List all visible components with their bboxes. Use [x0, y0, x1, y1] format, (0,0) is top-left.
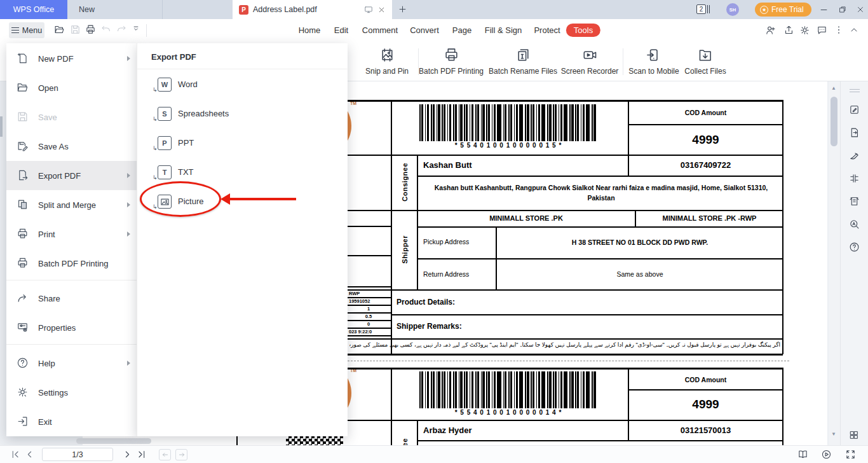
menu-item-save-as[interactable]: Save As: [6, 132, 137, 161]
panel-edge-grip[interactable]: [0, 116, 3, 137]
tab-close-icon[interactable]: [377, 6, 386, 14]
menu-item-new-pdf[interactable]: New PDF: [6, 44, 137, 73]
scan-to-mobile-button[interactable]: Scan to Mobile: [628, 47, 679, 76]
signature-icon[interactable]: [849, 150, 860, 161]
printer-icon: [17, 228, 29, 240]
horizontal-scrollbar-thumb[interactable]: [76, 438, 151, 444]
printer-icon: [443, 47, 459, 63]
help-icon: [17, 357, 29, 369]
find-replace-icon[interactable]: [849, 219, 860, 230]
first-page-button[interactable]: [10, 449, 21, 460]
tab-new-label: New: [79, 5, 95, 14]
fullscreen-icon[interactable]: [845, 449, 856, 460]
undo-icon[interactable]: [101, 24, 111, 34]
ribbon-tab-edit[interactable]: Edit: [334, 25, 348, 35]
new-tab-button[interactable]: [398, 4, 407, 14]
printer-icon: [17, 257, 29, 269]
page-indicator-input[interactable]: 1/3: [42, 448, 113, 461]
save-icon[interactable]: [70, 24, 81, 35]
consignee-address: Kashan butt Kashanbutt, Rangpura Chowk S…: [422, 177, 780, 209]
more-options-icon[interactable]: [834, 25, 844, 35]
scroll-down-icon[interactable]: ▼: [831, 431, 836, 437]
vertical-scrollbar[interactable]: ▲ ▼: [829, 81, 840, 445]
quickbar-dropdown-icon[interactable]: [132, 24, 140, 33]
last-page-button[interactable]: [136, 449, 147, 460]
cod-amount-label: COD Amount: [629, 102, 782, 123]
collect-files-button[interactable]: Collect Files: [684, 47, 726, 76]
convert-arrow-icon: ↳: [153, 116, 158, 122]
menu-item-help[interactable]: Help: [6, 349, 137, 378]
free-trial-button[interactable]: ★ Free Trial: [755, 3, 811, 17]
ribbon-tab-protect[interactable]: Protect: [534, 25, 560, 35]
menu-button[interactable]: Menu: [9, 22, 44, 38]
menu-item-export-pdf[interactable]: Export PDF: [6, 161, 137, 190]
submenu-item-spreadsheets[interactable]: ↳ S Spreadsheets: [137, 99, 348, 128]
collapse-ribbon-icon[interactable]: [849, 25, 859, 35]
tab-document[interactable]: P Address Label.pdf: [233, 0, 392, 19]
share-with-people-icon[interactable]: [765, 25, 776, 36]
cod-amount-value: 4999: [629, 390, 782, 418]
gear-icon: [17, 386, 29, 398]
export-doc-icon[interactable]: [849, 127, 860, 138]
submenu-item-word[interactable]: ↳ W Word: [137, 70, 348, 99]
ribbon-tab-fill-sign[interactable]: Fill & Sign: [485, 25, 522, 35]
menu-item-share[interactable]: Share: [6, 284, 137, 313]
split-view-icon[interactable]: [849, 173, 860, 184]
screen-share-icon[interactable]: [364, 5, 373, 14]
print-icon[interactable]: [85, 24, 96, 35]
trademark-text: TM: [350, 101, 356, 106]
hamburger-icon: [11, 27, 19, 33]
view-forward-button[interactable]: [175, 449, 187, 460]
open-file-icon[interactable]: [54, 24, 65, 35]
ribbon-tab-comment[interactable]: Comment: [362, 25, 398, 35]
ribbon-tab-convert[interactable]: Convert: [410, 25, 439, 35]
menu-item-save[interactable]: Save: [6, 102, 137, 132]
save-icon: [17, 111, 29, 123]
tab-new[interactable]: New: [67, 0, 163, 19]
menu-item-exit[interactable]: Exit: [6, 407, 137, 436]
help-icon[interactable]: [849, 242, 860, 252]
window-count-badge[interactable]: 2: [696, 4, 710, 14]
consignee-cell: Consignee: [392, 420, 417, 445]
tool-label: Screen Recorder: [561, 67, 619, 76]
menu-item-split-merge[interactable]: Split and Merge: [6, 190, 137, 219]
submenu-item-ppt[interactable]: ↳ P PPT: [137, 128, 348, 158]
batch-pdf-printing-button[interactable]: Batch PDF Printing: [419, 47, 484, 76]
right-sidebar: [840, 81, 868, 445]
avatar[interactable]: SH: [726, 3, 739, 16]
properties-icon: [17, 321, 29, 333]
ribbon-tab-tools[interactable]: Tools: [566, 24, 600, 37]
submenu-arrow-icon: [127, 232, 130, 237]
scroll-up-icon[interactable]: ▲: [831, 85, 836, 91]
shipper-store-name: MINIMALL STORE .PK: [417, 210, 635, 226]
screen-recorder-button[interactable]: Screen Recorder: [561, 47, 619, 76]
reflow-view-icon[interactable]: [849, 196, 860, 207]
menu-item-batch-pdf-printing[interactable]: Batch PDF Printing: [6, 249, 137, 278]
menu-item-print[interactable]: Print: [6, 219, 137, 249]
next-page-button[interactable]: [122, 449, 133, 460]
share-export-icon[interactable]: [783, 25, 794, 36]
minimize-button[interactable]: [815, 0, 832, 19]
menu-item-settings[interactable]: Settings: [6, 378, 137, 407]
snip-and-pin-button[interactable]: Snip and Pin: [365, 47, 409, 76]
thumbnail-grid-icon[interactable]: [849, 430, 859, 440]
close-button[interactable]: [851, 0, 868, 19]
settings-gear-icon[interactable]: [799, 25, 810, 36]
ribbon-tab-page[interactable]: Page: [452, 25, 471, 35]
scrollbar-thumb[interactable]: [831, 97, 837, 146]
restore-button[interactable]: [834, 0, 851, 19]
menu-item-open[interactable]: Open: [6, 73, 137, 102]
spreadsheet-icon: S: [158, 107, 172, 121]
ribbon-tab-home[interactable]: Home: [299, 25, 321, 35]
previous-page-button[interactable]: [24, 449, 35, 460]
edit-tool-icon[interactable]: [849, 104, 860, 115]
tab-wps-office[interactable]: WPS Office: [0, 0, 67, 19]
batch-rename-files-button[interactable]: Batch Rename Files: [489, 47, 557, 76]
read-mode-icon[interactable]: [797, 449, 808, 460]
sidebar-drag-handle[interactable]: [850, 89, 860, 92]
view-back-button[interactable]: [159, 449, 171, 460]
menu-item-properties[interactable]: Properties: [6, 313, 137, 342]
presentation-icon[interactable]: [821, 449, 832, 460]
redo-icon[interactable]: [116, 24, 126, 34]
feedback-icon[interactable]: [817, 25, 827, 36]
